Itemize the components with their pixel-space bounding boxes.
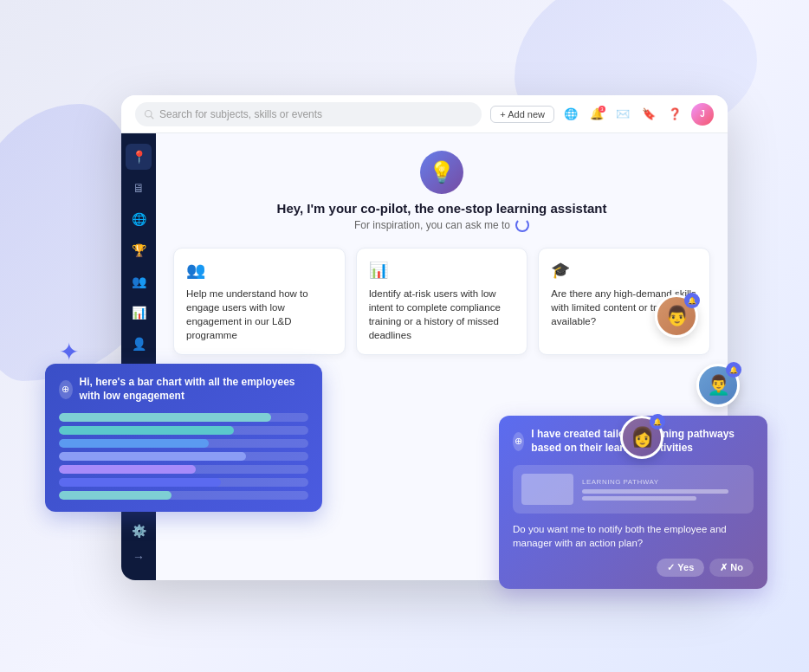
user-avatar[interactable]: J (691, 103, 714, 126)
user-initials: J (700, 109, 705, 119)
refresh-icon[interactable] (515, 218, 529, 232)
search-placeholder: Search for subjects, skills or events (159, 108, 322, 120)
notification-bell-icon[interactable]: 🔔 3 (587, 105, 606, 124)
suggestion-card-1[interactable]: 👥 Help me understand how to engage users… (173, 248, 346, 355)
suggestion-text-1: Help me understand how to engage users w… (186, 287, 333, 342)
bar-chart-card-header: ⊕ Hi, here's a bar chart with all the em… (59, 376, 308, 403)
suggestion-icon-2: 📊 (369, 261, 515, 280)
avatar-notification-2 (726, 362, 741, 378)
yes-button[interactable]: ✓ Yes (657, 559, 704, 577)
avatar-notification-3 (650, 414, 665, 430)
sidebar-bottom: ⚙️ → (126, 518, 152, 570)
bookmark-icon[interactable]: 🔖 (639, 105, 658, 124)
bar-bg-6 (59, 478, 308, 487)
sidebar-item-team[interactable]: 👥 (126, 268, 152, 294)
float-avatar-2: 👨‍🦱 (696, 364, 740, 407)
bar-row-1 (59, 413, 308, 422)
suggestion-icon-3: 🎓 (551, 261, 697, 280)
ai-subtitle: For inspiration, you can ask me to (173, 218, 710, 232)
bar-row-5 (59, 465, 308, 474)
lp-lines (582, 489, 745, 501)
bar-row-4 (59, 452, 308, 461)
bar-fill-7 (59, 491, 172, 500)
no-button[interactable]: ✗ No (709, 559, 754, 577)
suggestion-cards: 👥 Help me understand how to engage users… (173, 248, 710, 355)
bar-fill-2 (59, 426, 234, 435)
sidebar-item-analytics[interactable]: 📊 (126, 300, 152, 326)
bar-bg-3 (59, 439, 308, 448)
bar-row-7 (59, 491, 308, 500)
lp-line-2 (582, 496, 696, 501)
sidebar-item-home[interactable]: 📍 (126, 144, 152, 170)
action-question: Do you want me to notify both the employ… (513, 522, 754, 550)
bar-row-2 (59, 426, 308, 435)
sidebar-item-settings[interactable]: ⚙️ (126, 518, 152, 544)
learning-pathway-preview: LEARNING PATHWAY (513, 465, 754, 514)
bar-fill-1 (59, 413, 271, 422)
ai-robot-circle: 💡 (420, 151, 463, 194)
sidebar-item-users[interactable]: 👤 (126, 331, 152, 357)
ai-robot-icon: 💡 (420, 151, 463, 194)
bar-bg-2 (59, 426, 308, 435)
notification-badge: 3 (599, 106, 605, 113)
sidebar-item-globe[interactable]: 🌐 (126, 206, 152, 232)
bar-fill-6 (59, 478, 221, 487)
bar-bg-5 (59, 465, 308, 474)
suggestion-icon-1: 👥 (186, 261, 333, 280)
bar-fill-4 (59, 452, 246, 461)
bar-fill-3 (59, 439, 209, 448)
svg-line-1 (151, 116, 153, 119)
bar-bg-7 (59, 491, 308, 500)
avatar-notification-1 (684, 293, 700, 308)
chat-ai-icon-2: ⊕ (513, 432, 524, 451)
ai-title: Hey, I'm your co-pilot, the one-stop lea… (173, 201, 710, 216)
ai-robot-emoji: 💡 (429, 160, 455, 184)
lp-line-1 (582, 489, 728, 494)
add-new-button[interactable]: + Add new (490, 106, 554, 123)
sparkle-icon-1: ✦ (59, 338, 79, 366)
lp-label: LEARNING PATHWAY (582, 478, 745, 486)
help-icon[interactable]: ❓ (665, 105, 684, 124)
bar-chart (59, 413, 308, 500)
sidebar-item-achievements[interactable]: 🏆 (126, 237, 152, 263)
chat-ai-icon-1: ⊕ (59, 380, 73, 399)
lp-content: LEARNING PATHWAY (582, 478, 745, 501)
search-bar[interactable]: Search for subjects, skills or events (135, 102, 482, 126)
bar-row-3 (59, 439, 308, 448)
mail-icon[interactable]: ✉️ (613, 105, 632, 124)
globe-icon[interactable]: 🌐 (561, 105, 580, 124)
yes-no-buttons: ✓ Yes ✗ No (513, 559, 754, 577)
bar-bg-1 (59, 413, 308, 422)
add-new-label: + Add new (500, 109, 545, 120)
bar-chart-card: ⊕ Hi, here's a bar chart with all the em… (45, 364, 322, 512)
bar-fill-5 (59, 465, 196, 474)
bar-bg-4 (59, 452, 308, 461)
svg-point-0 (146, 110, 152, 117)
topbar-actions: + Add new 🌐 🔔 3 ✉️ 🔖 ❓ J (490, 103, 714, 126)
lp-thumbnail (521, 474, 573, 505)
float-avatar-3: 👩 (620, 416, 663, 459)
bar-row-6 (59, 478, 308, 487)
topbar: Search for subjects, skills or events + … (121, 95, 728, 133)
suggestion-card-2[interactable]: 📊 Identify at-risk users with low intent… (356, 248, 528, 355)
search-icon (144, 109, 154, 120)
sidebar-item-expand[interactable]: → (126, 544, 152, 570)
bar-chart-card-title: Hi, here's a bar chart with all the empl… (80, 376, 308, 403)
ai-header: 💡 Hey, I'm your co-pilot, the one-stop l… (173, 151, 710, 232)
suggestion-text-2: Identify at-risk users with low intent t… (369, 287, 515, 342)
float-avatar-1: 👨 (655, 294, 698, 338)
sidebar: 📍 🖥 🌐 🏆 👥 📊 👤 ⚙️ → (121, 133, 156, 580)
sidebar-item-learning[interactable]: 🖥 (126, 175, 152, 201)
